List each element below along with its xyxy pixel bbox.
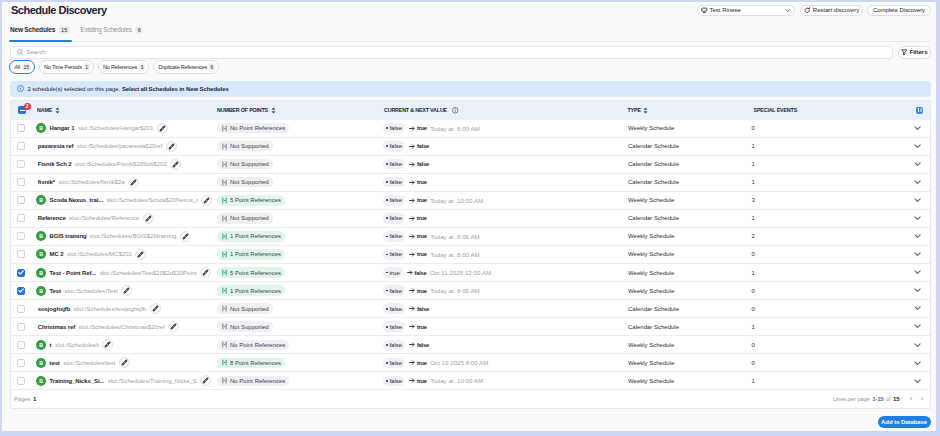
- svg-text:B: B: [39, 125, 43, 131]
- svg-text:B: B: [39, 342, 43, 348]
- svg-text:B: B: [39, 197, 43, 203]
- svg-text:B: B: [39, 233, 43, 239]
- svg-text:B: B: [39, 288, 43, 294]
- svg-text:B: B: [39, 360, 43, 366]
- svg-text:B: B: [39, 251, 43, 257]
- svg-text:B: B: [39, 378, 43, 384]
- svg-text:B: B: [39, 270, 43, 276]
